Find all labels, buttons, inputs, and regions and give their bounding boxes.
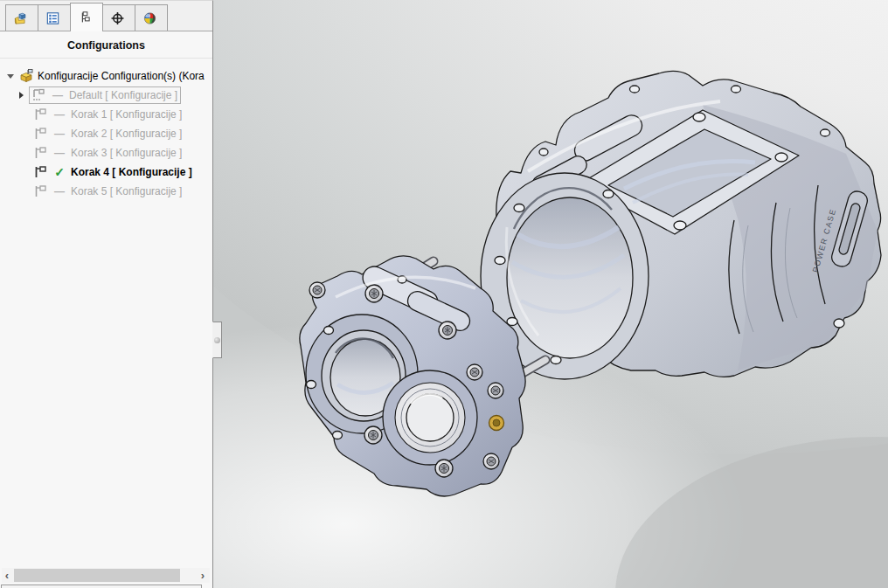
tab-featuremanager-tree[interactable] — [5, 4, 38, 31]
scrollbar-thumb[interactable] — [14, 569, 180, 582]
config-row-korak3[interactable]: — Korak 3 [ Konfiguracije ] — [33, 143, 182, 163]
config-flag-icon — [33, 184, 48, 198]
config-label: Korak 4 [ Konfiguracije ] — [71, 166, 192, 178]
tab-configurationmanager[interactable] — [70, 3, 103, 31]
suppress-dash-icon: — — [52, 128, 67, 140]
tab-displaymanager[interactable] — [135, 4, 168, 31]
scroll-right-arrow[interactable]: › — [198, 568, 208, 583]
featuremanager-tree-icon — [13, 11, 28, 25]
configurations-root-icon — [19, 69, 34, 83]
propertymanager-icon — [45, 11, 60, 25]
config-label: Korak 3 [ Konfiguracije ] — [71, 147, 182, 159]
tab-dimxpertmanager[interactable] — [102, 4, 135, 31]
config-row-korak1[interactable]: — Korak 1 [ Konfiguracije ] — [33, 105, 182, 124]
config-row-korak5[interactable]: — Korak 5 [ Konfiguracije ] — [33, 182, 182, 201]
config-row-default[interactable]: — Default [ Konfiguracije ] — [19, 86, 181, 105]
config-label: Default [ Konfiguracije ] — [69, 89, 177, 101]
config-row-korak4-active[interactable]: ✓ Korak 4 [ Konfiguracije ] — [33, 163, 192, 182]
suppress-dash-icon: — — [52, 147, 67, 159]
suppress-dash-icon: — — [50, 89, 66, 101]
dimxpertmanager-icon — [110, 11, 125, 25]
config-flag-icon — [33, 165, 48, 179]
selection-outline: — Default [ Konfiguracije ] — [29, 86, 181, 104]
config-label: Korak 2 [ Konfiguracije ] — [71, 128, 182, 140]
expand-arrow-icon[interactable] — [19, 92, 24, 99]
suppress-dash-icon: — — [52, 108, 67, 121]
config-flag-icon — [33, 127, 48, 141]
config-flag-icon — [33, 146, 48, 160]
splitter-grip-icon — [214, 337, 220, 343]
config-label: Korak 1 [ Konfiguracije ] — [71, 108, 182, 121]
configurationmanager-icon — [78, 10, 93, 24]
tab-propertymanager[interactable] — [38, 4, 71, 31]
horizontal-scrollbar[interactable]: ‹ › — [2, 568, 210, 583]
panel-splitter-handle[interactable] — [212, 322, 222, 358]
configuration-tree: Konfiguracije Configuration(s) (Kora — D… — [0, 59, 212, 564]
root-config-label: Konfiguracije Configuration(s) (Kora — [38, 70, 205, 82]
displaymanager-icon — [142, 11, 157, 25]
tree-root-row[interactable]: Konfiguracije Configuration(s) (Kora — [7, 66, 212, 86]
default-config-icon — [31, 88, 46, 102]
collapsed-pane-edge — [1, 585, 202, 588]
config-row-korak2[interactable]: — Korak 2 [ Konfiguracije ] — [33, 124, 182, 143]
panel-title: Configurations — [0, 32, 212, 59]
scroll-left-arrow[interactable]: ‹ — [2, 568, 12, 583]
graphics-area[interactable]: POWER CASE — [213, 0, 888, 588]
collapse-arrow-icon[interactable] — [7, 74, 14, 79]
active-check-icon: ✓ — [52, 165, 67, 179]
config-label: Korak 5 [ Konfiguracije ] — [71, 185, 182, 197]
gold-screw-icon — [489, 416, 504, 431]
3d-viewport[interactable]: POWER CASE — [213, 0, 888, 588]
suppress-dash-icon: — — [52, 185, 67, 197]
configuration-manager-panel: Configurations Konfiguracije Configurati… — [0, 0, 213, 588]
manager-tab-strip — [0, 1, 212, 31]
solidworks-window: Configurations Konfiguracije Configurati… — [0, 0, 888, 588]
config-flag-icon — [33, 107, 48, 121]
